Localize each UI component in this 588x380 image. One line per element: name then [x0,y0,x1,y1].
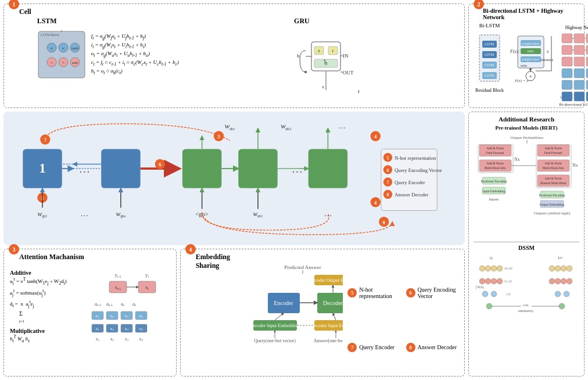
svg-point-178 [497,266,503,271]
bilstm-diagram: LSTM LSTM LSTM LSTM [474,29,505,87]
svg-text:{W,b}: {W,b} [475,285,484,289]
svg-text:Decoder Output Embedding: Decoder Output Embedding [310,278,343,283]
svg-text:x3: x3 [124,336,128,342]
svg-text:Add & Norm: Add & Norm [486,146,504,150]
bilstm-panel: 2 Bi-directional LSTM + Highway Network … [468,3,585,108]
svg-rect-74 [574,92,585,101]
residual-label: Residual Block [475,88,504,93]
legend-circle-8: 8 [406,343,415,352]
svg-point-180 [485,278,491,284]
legend-circle-7: 7 [347,343,357,352]
lstm-title: LSTM [37,17,57,26]
bert-title: Pre-trained Models (BERT) [474,125,579,131]
svg-text:Input Embedding: Input Embedding [483,189,505,193]
legend-item-8: 8 Answer Decoder [406,322,458,372]
svg-text:Nx: Nx [572,163,578,168]
mult-eq: htT Wa hs [10,334,85,343]
additional-research-title: Additional Research [474,116,579,123]
svg-text:…: … [338,121,346,130]
svg-text:LSTM: LSTM [485,42,494,46]
svg-point-176 [485,266,491,271]
svg-point-182 [497,278,503,284]
svg-rect-71 [574,80,585,89]
svg-text:identity: identity [541,58,554,62]
svg-text:Nx: Nx [514,157,520,162]
svg-text:7: 7 [387,180,389,185]
svg-point-191 [549,278,555,284]
svg-text:Query Encoder: Query Encoder [395,180,425,185]
attention-panel: 3 Attention Machanism Additive uit = vT … [3,249,177,377]
svg-text:relu: relu [528,49,534,53]
svg-text:h0,d0: h0,d0 [504,267,512,270]
svg-text:yt-1: yt-1 [114,272,121,278]
svg-rect-73 [562,92,572,101]
svg-text:Bi-directional LSTM: Bi-directional LSTM [559,102,588,107]
svg-text:Encoder: Encoder [274,300,293,306]
svg-text:IN: IN [343,53,349,59]
svg-rect-64 [562,57,572,66]
svg-text:x1: x1 [95,336,99,342]
svg-text:1: 1 [39,160,46,175]
svg-text:Feed Forward: Feed Forward [544,151,562,155]
svg-text:LSTM Block: LSTM Block [41,33,59,37]
residual-diagram: weight layer relu weight layer F(x): x i… [509,33,555,83]
svg-text:r: r [332,48,334,53]
svg-text:αt: αt [132,302,136,307]
svg-rect-102 [309,149,347,188]
svg-text:6: 6 [159,162,162,167]
cell-panel: 1 Cell LSTM σ σ tanh [3,3,465,108]
svg-text:Answer Decoder: Answer Decoder [395,192,429,198]
attention-equations: uit = vT tanh(W1ej + W2di) ajt = softmax… [10,276,85,325]
svg-rect-99 [182,149,221,188]
dssm-diagram: Q D+ [474,252,581,316]
cell-panel-title: Cell [19,8,31,16]
svg-line-251 [275,313,284,320]
svg-text:LSTM: LSTM [485,74,494,77]
legend-item-6: 6 Query Encoding Vector [406,266,458,320]
svg-text:OUT: OUT [343,70,354,76]
svg-text:Multi-Head Attn: Multi-Head Attn [485,166,506,170]
svg-point-190 [567,266,572,271]
lstm-diagram: σ σ tanh × × tanh LSTM Block [37,30,87,83]
svg-text:x: x [546,49,549,54]
svg-text:4: 4 [374,200,377,206]
svg-text:Query(one-hot vector): Query(one-hot vector) [254,338,296,343]
main-diagram: wai1 wai2 … 7 3 4 1 … [3,112,465,245]
svg-point-179 [479,278,485,284]
svg-rect-58 [562,34,572,43]
svg-point-196 [564,291,569,297]
bilstm-label: Bi-LSTM [479,23,500,28]
svg-text:Masked Multi-Head: Masked Multi-Head [540,181,567,185]
gru-title: GRU [294,17,458,26]
svg-text:…: … [81,209,88,218]
lstm-section: LSTM σ σ tanh × × [37,17,284,83]
svg-text:8: 8 [383,220,386,225]
legend-label-8: Answer Decoder [418,344,457,350]
svg-point-177 [491,266,497,271]
svg-text:z: z [318,48,320,53]
svg-text:h: h [297,53,300,59]
divider [474,242,579,242]
highway-label: Highway Network [565,25,588,30]
svg-text:Feed Forward: Feed Forward [486,151,504,155]
svg-text:Encoder Input Embedding: Encoder Input Embedding [250,323,299,328]
svg-point-193 [561,278,567,284]
svg-text:Multi-Head Attn: Multi-Head Attn [543,166,564,170]
svg-point-183 [482,291,488,297]
svg-text:Add & Norm: Add & Norm [486,162,504,165]
svg-text:cos: cos [523,303,529,307]
legend-circle-5: 5 [347,288,357,297]
svg-text:LSTM: LSTM [485,63,494,67]
svg-text:x: x [322,84,324,89]
svg-text:tanh: tanh [72,61,78,64]
svg-text:σ: σ [51,46,53,51]
bilstm-title: Bi-directional LSTM + Highway Network [483,8,579,20]
svg-text:Add & Norm: Add & Norm [544,146,562,150]
svg-text:N-hot representation: N-hot representation [395,155,436,161]
svg-text:7: 7 [44,137,47,143]
attention-title: Attention Machanism [19,253,84,261]
svg-text:Add & Norm: Add & Norm [544,177,562,180]
svg-point-197 [559,303,565,309]
svg-point-188 [555,266,561,271]
svg-point-175 [479,266,485,271]
